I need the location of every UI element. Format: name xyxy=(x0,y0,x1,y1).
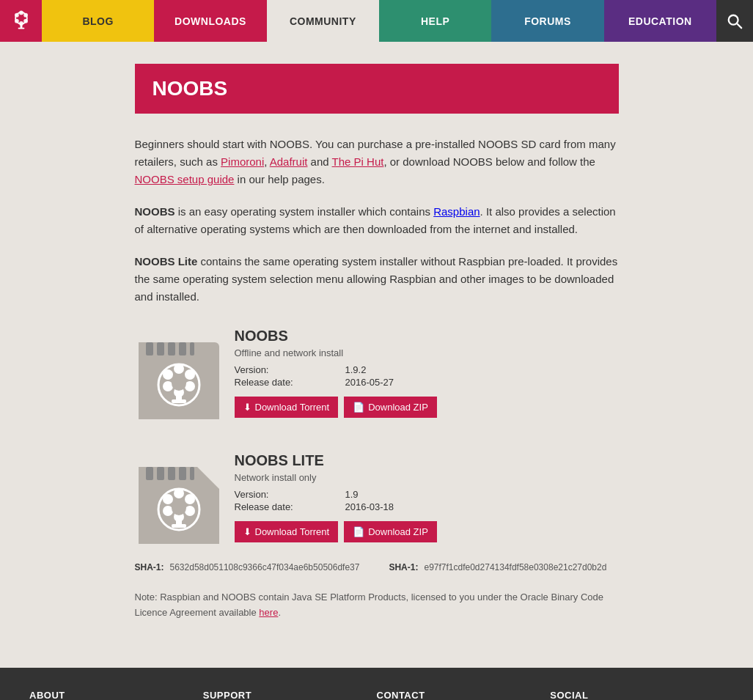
noobs-card: NOOBS Offline and network install Versio… xyxy=(135,328,437,423)
svg-point-22 xyxy=(185,381,195,391)
svg-rect-16 xyxy=(168,342,175,355)
nav-item-forums[interactable]: FORUMS xyxy=(491,0,603,42)
footer-social-heading: SOCIAL xyxy=(550,690,724,700)
noobs-lite-card-inner: NOOBS LITE Network install only Version:… xyxy=(135,452,437,548)
noobs-title: NOOBS xyxy=(235,328,437,345)
noobs-btn-group: ⬇ Download Torrent 📄 Download ZIP xyxy=(235,397,437,418)
svg-point-38 xyxy=(185,506,195,516)
download-section: NOOBS Offline and network install Versio… xyxy=(135,328,619,548)
footer-col-about: ABOUT xyxy=(29,690,203,700)
noobs-torrent-label: Download Torrent xyxy=(255,402,330,413)
torrent-icon: ⬇ xyxy=(243,402,251,413)
noobs-lite-btn-group: ⬇ Download Torrent 📄 Download ZIP xyxy=(235,521,437,542)
noobs-sha: SHA-1: 5632d58d051108c9366c47f034ae6b505… xyxy=(135,562,360,572)
noobs-lite-meta: Version: 1.9 Release date: 2016-03-18 xyxy=(235,489,437,512)
search-button[interactable] xyxy=(716,0,753,42)
noobs-download-torrent-button[interactable]: ⬇ Download Torrent xyxy=(235,397,339,418)
torrent-icon-lite: ⬇ xyxy=(243,526,251,537)
noobs-lite-title: NOOBS LITE xyxy=(235,452,437,469)
svg-point-36 xyxy=(174,488,184,498)
svg-point-24 xyxy=(163,381,173,391)
adafruit-link[interactable]: Adafruit xyxy=(270,155,308,168)
noobs-lite-card-info: NOOBS LITE Network install only Version:… xyxy=(235,452,437,542)
noobs-lite-description: NOOBS Lite contains the same operating s… xyxy=(135,253,619,306)
noobs-zip-label: Download ZIP xyxy=(368,402,428,413)
nav-item-downloads[interactable]: DOWNLOADS xyxy=(154,0,266,42)
svg-rect-44 xyxy=(172,524,186,528)
svg-rect-32 xyxy=(168,467,175,480)
footer-col-contact: CONTACT Contact us xyxy=(377,690,551,700)
svg-rect-31 xyxy=(157,467,164,480)
noobs-release-label: Release date: xyxy=(235,377,337,388)
noobs-lite-sha-label: SHA-1: xyxy=(389,562,418,572)
noobs-subtitle: Offline and network install xyxy=(235,347,437,358)
svg-point-7 xyxy=(18,15,23,21)
svg-point-21 xyxy=(185,369,195,380)
svg-point-42 xyxy=(172,501,186,515)
noobs-download-zip-button[interactable]: 📄 Download ZIP xyxy=(344,397,437,418)
noobs-lite-sha: SHA-1: e97f7f1cdfe0d274134fdf58e0308e21c… xyxy=(389,562,609,572)
noobs-card-inner: NOOBS Offline and network install Versio… xyxy=(135,328,437,423)
page-title: NOOBS xyxy=(153,77,601,100)
noobs-setup-guide-link[interactable]: NOOBS setup guide xyxy=(135,173,235,185)
noobs-version-value: 1.9.2 xyxy=(345,364,437,375)
intro-paragraph: Beginners should start with NOOBS. You c… xyxy=(135,136,619,188)
footer-col-support: SUPPORT Help xyxy=(203,690,377,700)
noobs-sd-image xyxy=(135,328,223,423)
the-pi-hut-link[interactable]: The Pi Hut xyxy=(332,155,384,168)
main-nav: BLOG DOWNLOADS COMMUNITY HELP FORUMS EDU… xyxy=(0,0,753,42)
noobs-lite-zip-label: Download ZIP xyxy=(368,526,428,537)
svg-point-37 xyxy=(185,494,195,504)
nav-logo[interactable] xyxy=(0,0,42,42)
svg-point-1 xyxy=(19,10,23,15)
noobs-lite-version-value: 1.9 xyxy=(345,489,437,500)
zip-icon-lite: 📄 xyxy=(353,526,364,537)
sha-section: SHA-1: 5632d58d051108c9366c47f034ae6b505… xyxy=(135,562,619,572)
svg-point-20 xyxy=(174,364,184,374)
noobs-lite-card: NOOBS LITE Network install only Version:… xyxy=(135,452,437,548)
footer-support-heading: SUPPORT xyxy=(203,690,377,700)
svg-rect-15 xyxy=(157,342,164,355)
noobs-version-label: Version: xyxy=(235,364,337,375)
pimoroni-link[interactable]: Pimoroni xyxy=(221,155,264,168)
svg-point-40 xyxy=(163,506,173,516)
svg-rect-18 xyxy=(190,342,194,355)
noobs-lite-download-zip-button[interactable]: 📄 Download ZIP xyxy=(344,521,437,542)
svg-point-26 xyxy=(172,376,186,391)
svg-point-6 xyxy=(15,12,19,17)
footer-about-heading: ABOUT xyxy=(29,690,203,700)
main-content: NOOBS Beginners should start with NOOBS.… xyxy=(120,42,633,668)
svg-point-2 xyxy=(23,12,28,17)
svg-point-25 xyxy=(163,369,173,380)
nav-item-help[interactable]: HELP xyxy=(379,0,491,42)
svg-point-3 xyxy=(23,18,28,23)
nav-item-blog[interactable]: BLOG xyxy=(42,0,154,42)
noobs-sha-value: 5632d58d051108c9366c47f034ae6b50506dfe37 xyxy=(170,562,360,572)
svg-rect-9 xyxy=(18,27,24,29)
raspbian-link[interactable]: Raspbian xyxy=(433,205,480,218)
noobs-lite-release-label: Release date: xyxy=(235,501,337,512)
note-text-start: Note: Raspbian and NOOBS contain Java SE… xyxy=(135,592,604,618)
noobs-lite-torrent-label: Download Torrent xyxy=(255,526,330,537)
svg-point-5 xyxy=(15,18,19,23)
noobs-meta: Version: 1.9.2 Release date: 2016-05-27 xyxy=(235,364,437,388)
nav-item-education[interactable]: EDUCATION xyxy=(604,0,716,42)
nav-item-community[interactable]: COMMUNITY xyxy=(267,0,379,42)
noobs-lite-sd-image xyxy=(135,452,223,548)
noobs-lite-sha-value: e97f7f1cdfe0d274134fdf58e0308e21c27d0b2d xyxy=(424,562,606,572)
noobs-card-info: NOOBS Offline and network install Versio… xyxy=(235,328,437,418)
footer-columns: ABOUT SUPPORT Help CONTACT Contact us SO… xyxy=(29,690,724,700)
noobs-lite-download-torrent-button[interactable]: ⬇ Download Torrent xyxy=(235,521,339,542)
note-paragraph: Note: Raspbian and NOOBS contain Java SE… xyxy=(135,590,619,621)
svg-rect-34 xyxy=(190,467,194,480)
noobs-release-value: 2016-05-27 xyxy=(345,377,437,388)
noobs-description: NOOBS is an easy operating system instal… xyxy=(135,203,619,238)
footer-col-social: SOCIAL Twitter xyxy=(550,690,724,700)
noobs-lite-bold: NOOBS Lite xyxy=(135,255,198,268)
noobs-lite-version-label: Version: xyxy=(235,489,337,500)
note-here-link[interactable]: here xyxy=(259,607,278,618)
svg-rect-14 xyxy=(146,342,153,355)
zip-icon: 📄 xyxy=(353,402,364,413)
svg-point-41 xyxy=(163,494,173,504)
page-title-box: NOOBS xyxy=(135,64,619,114)
